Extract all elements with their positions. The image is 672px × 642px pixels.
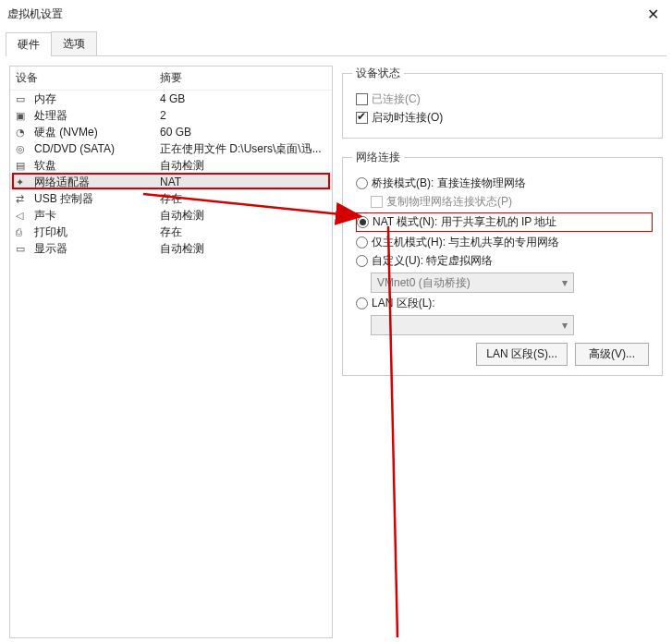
radio-lan-segment[interactable] [356,297,368,309]
button-lan-segments[interactable]: LAN 区段(S)... [476,343,568,366]
device-list: 内存4 GB处理器2硬盘 (NVMe)60 GBCD/DVD (SATA)正在使… [10,91,332,257]
device-summary: 正在使用文件 D:\Users\桌面\迅... [160,141,326,157]
device-panel: 设备 摘要 内存4 GB处理器2硬盘 (NVMe)60 GBCD/DVD (SA… [9,66,333,638]
device-name: 硬盘 (NVMe) [34,125,160,140]
tab-options[interactable]: 选项 [51,31,97,55]
device-row[interactable]: 硬盘 (NVMe)60 GB [10,124,332,140]
device-status-legend: 设备状态 [352,66,404,81]
combo-custom-vmnet[interactable]: VMnet0 (自动桥接) [371,273,574,293]
device-icon-printer [16,225,31,238]
radio-bridged[interactable] [356,177,368,189]
label-connect-on-start: 启动时连接(O) [372,110,443,126]
device-row[interactable]: 显示器自动检测 [10,240,332,257]
device-name: 软盘 [34,158,160,174]
combo-custom-vmnet-value: VMnet0 (自动桥接) [377,275,470,291]
close-icon[interactable]: ✕ [641,6,665,23]
checkbox-replicate-state[interactable] [371,196,383,208]
device-row[interactable]: CD/DVD (SATA)正在使用文件 D:\Users\桌面\迅... [10,140,332,157]
label-custom: 自定义(U): 特定虚拟网络 [372,253,493,269]
tabstrip: 硬件 选项 [6,31,666,56]
network-connection-legend: 网络连接 [352,150,404,165]
device-name: 打印机 [34,224,160,240]
device-row[interactable]: 声卡自动检测 [10,207,332,224]
checkbox-connected[interactable] [356,93,368,105]
device-icon-usb [16,192,31,205]
device-summary: 2 [160,109,326,122]
device-row[interactable]: USB 控制器存在 [10,190,332,207]
device-icon-floppy [16,159,31,172]
device-summary: 自动检测 [160,241,326,257]
device-icon-network [16,176,31,188]
label-connected: 已连接(C) [372,91,421,107]
window-title: 虚拟机设置 [7,6,641,22]
combo-lan-segment[interactable] [371,315,574,335]
device-row[interactable]: 处理器2 [10,107,332,124]
device-summary: 4 GB [160,92,326,105]
device-icon-cpu [16,109,31,122]
device-name: 网络适配器 [34,175,160,190]
device-summary: 自动检测 [160,158,326,174]
device-row[interactable]: 网络适配器NAT [10,174,332,190]
device-icon-sound [16,209,31,222]
device-summary: 存在 [160,224,326,240]
device-summary: 自动检测 [160,208,326,224]
column-header-device: 设备 [16,70,160,86]
device-icon-memory [16,92,31,105]
device-summary: NAT [160,176,326,188]
label-bridged: 桥接模式(B): 直接连接物理网络 [372,176,526,191]
device-name: 内存 [34,91,160,107]
device-name: 处理器 [34,108,160,124]
radio-nat[interactable] [357,216,369,228]
device-row[interactable]: 软盘自动检测 [10,157,332,174]
label-replicate-state: 复制物理网络连接状态(P) [386,194,512,210]
device-name: CD/DVD (SATA) [34,142,160,155]
device-icon-display [16,242,31,255]
device-summary: 存在 [160,191,326,207]
device-row[interactable]: 打印机存在 [10,224,332,240]
radio-custom[interactable] [356,255,368,267]
device-name: 声卡 [34,208,160,224]
device-status-group: 设备状态 已连接(C) 启动时连接(O) [342,66,663,139]
device-name: USB 控制器 [34,191,160,207]
radio-host-only[interactable] [356,236,368,248]
device-row[interactable]: 内存4 GB [10,91,332,107]
device-icon-cd [16,142,31,155]
tab-hardware[interactable]: 硬件 [6,32,52,56]
device-summary: 60 GB [160,126,326,139]
button-advanced[interactable]: 高级(V)... [575,343,649,366]
label-lan-segment: LAN 区段(L): [372,296,435,311]
label-nat: NAT 模式(N): 用于共享主机的 IP 地址 [373,214,556,230]
device-icon-disk [16,126,31,139]
label-host-only: 仅主机模式(H): 与主机共享的专用网络 [372,235,559,250]
network-connection-group: 网络连接 桥接模式(B): 直接连接物理网络 复制物理网络连接状态(P) NAT… [342,150,663,376]
column-header-summary: 摘要 [160,70,326,86]
device-name: 显示器 [34,241,160,257]
checkbox-connect-on-start[interactable] [356,112,368,124]
